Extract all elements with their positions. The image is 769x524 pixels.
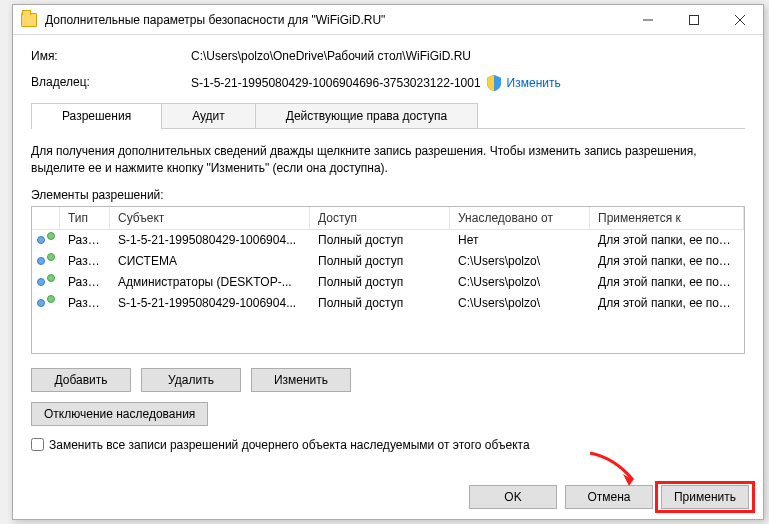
security-dialog: Дополнительные параметры безопасности дл… bbox=[12, 4, 764, 520]
tab-permissions[interactable]: Разрешения bbox=[31, 103, 162, 128]
change-owner-link[interactable]: Изменить bbox=[507, 76, 561, 90]
name-label: Имя: bbox=[31, 49, 191, 63]
window-title: Дополнительные параметры безопасности дл… bbox=[37, 13, 625, 27]
col-subject[interactable]: Субъект bbox=[110, 207, 310, 229]
users-icon bbox=[37, 253, 55, 269]
ok-button[interactable]: OK bbox=[469, 485, 557, 509]
col-type[interactable]: Тип bbox=[60, 207, 110, 229]
minimize-button[interactable] bbox=[625, 5, 671, 35]
name-value: C:\Users\polzo\OneDrive\Рабочий стол\WiF… bbox=[191, 49, 745, 63]
dialog-footer: OK Отмена Применить bbox=[469, 485, 749, 509]
col-access[interactable]: Доступ bbox=[310, 207, 450, 229]
shield-icon bbox=[487, 75, 501, 91]
remove-button[interactable]: Удалить bbox=[141, 368, 241, 392]
folder-icon bbox=[21, 13, 37, 27]
tab-audit[interactable]: Аудит bbox=[161, 103, 256, 128]
table-row[interactable]: Разр... СИСТЕМА Полный доступ C:\Users\p… bbox=[32, 251, 744, 272]
disable-inheritance-button[interactable]: Отключение наследования bbox=[31, 402, 208, 426]
edit-button[interactable]: Изменить bbox=[251, 368, 351, 392]
cancel-button[interactable]: Отмена bbox=[565, 485, 653, 509]
table-row[interactable]: Разр... S-1-5-21-1995080429-1006904... П… bbox=[32, 293, 744, 314]
table-row[interactable]: Разр... S-1-5-21-1995080429-1006904... П… bbox=[32, 230, 744, 251]
permissions-grid[interactable]: Тип Субъект Доступ Унаследовано от Приме… bbox=[31, 206, 745, 354]
content-area: Имя: C:\Users\polzo\OneDrive\Рабочий сто… bbox=[13, 35, 763, 462]
owner-label: Владелец: bbox=[31, 75, 191, 91]
table-row[interactable]: Разр... Администраторы (DESKTOP-... Полн… bbox=[32, 272, 744, 293]
description-text: Для получения дополнительных сведений дв… bbox=[31, 143, 745, 178]
grid-header: Тип Субъект Доступ Унаследовано от Приме… bbox=[32, 207, 744, 230]
users-icon bbox=[37, 274, 55, 290]
tab-effective-access[interactable]: Действующие права доступа bbox=[255, 103, 478, 128]
close-button[interactable] bbox=[717, 5, 763, 35]
apply-button[interactable]: Применить bbox=[661, 485, 749, 509]
users-icon bbox=[37, 295, 55, 311]
grid-body: Разр... S-1-5-21-1995080429-1006904... П… bbox=[32, 230, 744, 314]
titlebar: Дополнительные параметры безопасности дл… bbox=[13, 5, 763, 35]
owner-value: S-1-5-21-1995080429-1006904696-375302312… bbox=[191, 76, 481, 90]
maximize-button[interactable] bbox=[671, 5, 717, 35]
col-applies[interactable]: Применяется к bbox=[590, 207, 744, 229]
add-button[interactable]: Добавить bbox=[31, 368, 131, 392]
replace-child-checkbox[interactable] bbox=[31, 438, 44, 451]
replace-child-label: Заменить все записи разрешений дочернего… bbox=[49, 438, 530, 452]
col-inherited[interactable]: Унаследовано от bbox=[450, 207, 590, 229]
users-icon bbox=[37, 232, 55, 248]
tabs: Разрешения Аудит Действующие права досту… bbox=[31, 103, 745, 129]
col-icon bbox=[32, 207, 60, 229]
list-label: Элементы разрешений: bbox=[31, 188, 745, 202]
svg-rect-1 bbox=[690, 15, 699, 24]
